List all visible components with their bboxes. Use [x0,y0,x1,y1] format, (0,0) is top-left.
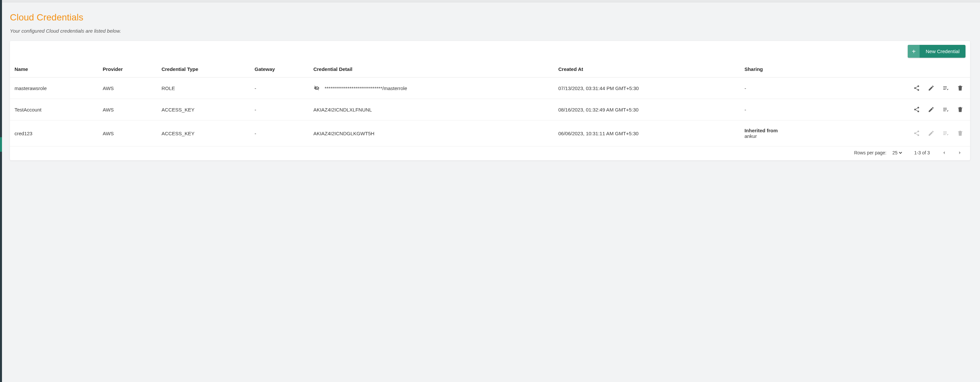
plus-icon: + [908,45,920,58]
share-icon[interactable] [913,106,920,113]
cell-detail: AKIAZ4I2ICNDLXLFNUNL [309,99,554,120]
col-detail[interactable]: Credential Detail [309,61,554,78]
trash-icon[interactable] [957,106,964,113]
page-title: Cloud Credentials [10,12,970,23]
share-icon[interactable] [913,85,920,91]
cell-type: ACCESS_KEY [157,99,250,120]
col-provider[interactable]: Provider [98,61,157,78]
cell-name: masterawsrole [10,78,98,99]
col-created[interactable]: Created At [554,61,740,78]
sidebar-active-accent [0,137,2,152]
cell-detail: AKIAZ4I2ICNDGLKGWT5H [309,120,554,146]
cell-actions [838,120,970,146]
edit-icon[interactable] [928,106,934,113]
col-type[interactable]: Credential Type [157,61,250,78]
new-credential-button[interactable]: + New Credential [908,45,966,58]
col-sharing[interactable]: Sharing [740,61,838,78]
visibility-off-icon[interactable] [313,85,320,91]
rows-per-page-select[interactable]: 25 [891,150,903,156]
page-subtitle: Your configured Cloud credentials are li… [10,28,970,33]
cell-sharing: - [740,99,838,120]
cell-detail: ******************************/masterrol… [309,78,554,99]
rows-per-page-label: Rows per page: [854,150,886,155]
table-row: cred123AWSACCESS_KEY-AKIAZ4I2ICNDGLKGWT5… [10,120,970,146]
col-gateway[interactable]: Gateway [250,61,309,78]
sharing-secondary: ankur [745,133,833,139]
cell-provider: AWS [98,99,157,120]
edit-icon[interactable] [928,85,934,91]
playlist-check-icon [942,130,949,137]
cell-name: cred123 [10,120,98,146]
cell-sharing: Inherited fromankur [740,120,838,146]
table-row: TestAccountAWSACCESS_KEY-AKIAZ4I2ICNDLXL… [10,99,970,120]
cell-actions [838,78,970,99]
detail-text: AKIAZ4I2ICNDLXLFNUNL [313,107,372,113]
col-name[interactable]: Name [10,61,98,78]
table-header-row: Name Provider Credential Type Gateway Cr… [10,61,970,78]
detail-text: AKIAZ4I2ICNDGLKGWT5H [313,131,374,136]
table-row: masterawsroleAWSROLE-*******************… [10,78,970,99]
col-actions [838,61,970,78]
cell-name: TestAccount [10,99,98,120]
credentials-card: + New Credential Name Provider Credentia… [10,41,970,160]
cell-type: ROLE [157,78,250,99]
cell-created: 08/16/2023, 01:32:49 AM GMT+5:30 [554,99,740,120]
page-range: 1-3 of 3 [914,150,930,155]
new-credential-label: New Credential [920,45,966,58]
sharing-primary: Inherited from [745,128,833,133]
cell-created: 07/13/2023, 03:31:44 PM GMT+5:30 [554,78,740,99]
cell-gateway: - [250,78,309,99]
cell-created: 06/06/2023, 10:31:11 AM GMT+5:30 [554,120,740,146]
playlist-check-icon[interactable] [942,106,949,113]
cell-sharing: - [740,78,838,99]
cell-gateway: - [250,99,309,120]
detail-text: ******************************/masterrol… [325,86,407,91]
share-icon [913,130,920,137]
next-page-button[interactable] [957,150,963,156]
cell-provider: AWS [98,120,157,146]
topbar-divider [0,0,980,2]
cell-actions [838,99,970,120]
trash-icon [957,130,964,137]
edit-icon [928,130,934,137]
cell-gateway: - [250,120,309,146]
credentials-table: Name Provider Credential Type Gateway Cr… [10,61,970,146]
cell-type: ACCESS_KEY [157,120,250,146]
trash-icon[interactable] [957,85,964,91]
table-pager: Rows per page: 25 1-3 of 3 [10,146,970,160]
cell-provider: AWS [98,78,157,99]
prev-page-button[interactable] [941,150,947,156]
playlist-check-icon[interactable] [942,85,949,91]
